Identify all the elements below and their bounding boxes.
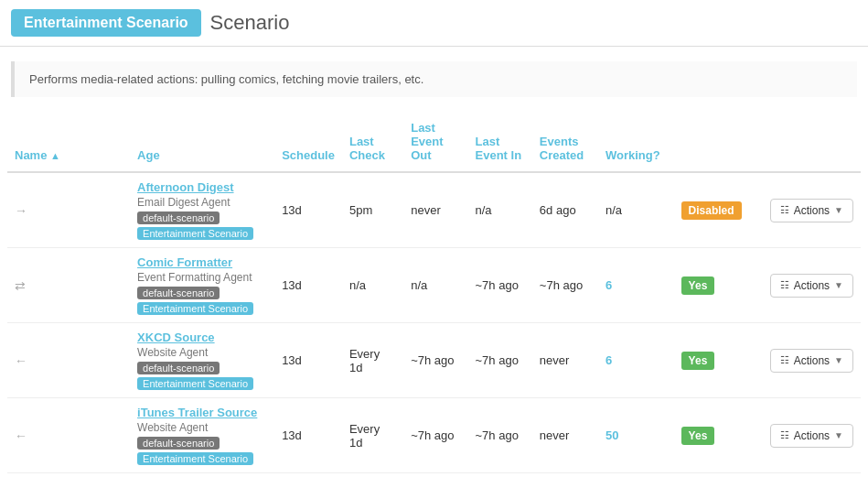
agent-tag: Entertainment Scenario <box>137 377 253 390</box>
agent-last-event-out: ~7h ago <box>468 248 532 323</box>
agent-events-created: 50 <box>598 398 674 473</box>
agent-last-event-out: ~7h ago <box>468 398 532 473</box>
agent-last-event-in: 6d ago <box>532 172 598 248</box>
description-text: Performs media-related actions: pulling … <box>29 72 423 86</box>
agent-name-cell: iTunes Trailer SourceWebsite Agent defau… <box>130 398 274 473</box>
list-icon: ☷ <box>780 279 789 291</box>
dropdown-arrow-icon: ▼ <box>834 430 843 440</box>
agent-schedule: n/a <box>342 248 403 323</box>
agent-name-link[interactable]: Afternoon Digest <box>137 180 233 194</box>
agent-last-event-out: ~7h ago <box>468 323 532 398</box>
agent-last-check: never <box>403 172 467 248</box>
actions-button[interactable]: ☷Actions▼ <box>770 349 853 373</box>
dropdown-arrow-icon: ▼ <box>834 280 843 290</box>
agent-age: 13d <box>274 323 342 398</box>
col-header-actions <box>674 112 762 172</box>
agent-age: 13d <box>274 398 342 473</box>
description-box: Performs media-related actions: pulling … <box>11 61 857 97</box>
agent-events-created: n/a <box>598 172 674 248</box>
agent-actions-cell: ☷Actions▼ <box>761 398 861 473</box>
agent-actions-cell: ☷Actions▼ <box>761 248 861 323</box>
agent-last-check: ~7h ago <box>403 398 467 473</box>
agent-working-status: Disabled <box>674 172 762 248</box>
col-header-name[interactable]: Name ▲ <box>7 112 130 172</box>
table-row: →Afternoon DigestEmail Digest Agent defa… <box>7 172 861 248</box>
agent-type: Email Digest Agent default-scenarioEnter… <box>137 196 267 240</box>
agent-age: 13d <box>274 172 342 248</box>
actions-button[interactable]: ☷Actions▼ <box>770 199 853 222</box>
header-badge: Entertainment Scenario <box>11 9 201 37</box>
agent-type: Website Agent default-scenarioEntertainm… <box>137 421 267 465</box>
list-icon: ☷ <box>780 429 789 441</box>
working-badge: Yes <box>681 276 715 295</box>
agent-tag: default-scenario <box>137 437 220 450</box>
table-header-row: Name ▲ Age Schedule Last Check Last Even… <box>7 112 861 172</box>
col-header-last-event-out: Last Event Out <box>403 112 467 172</box>
row-direction-icon: ← <box>15 353 27 368</box>
row-direction-icon: ⇄ <box>15 278 26 293</box>
agent-working-status: Yes <box>674 398 762 473</box>
agent-schedule: Every 1d <box>342 323 403 398</box>
agent-last-event-out: n/a <box>468 172 532 248</box>
agent-events-created: 6 <box>598 323 674 398</box>
header-title: Scenario <box>210 11 290 35</box>
agent-schedule: 5pm <box>342 172 403 248</box>
header: Entertainment Scenario Scenario <box>0 0 868 47</box>
agent-tag: Entertainment Scenario <box>137 452 253 465</box>
col-header-schedule: Schedule <box>274 112 342 172</box>
agent-actions-cell: ☷Actions▼ <box>761 323 861 398</box>
table-row: ←XKCD SourceWebsite Agent default-scenar… <box>7 323 861 398</box>
agent-name-cell: Comic FormatterEvent Formatting Agent de… <box>130 248 274 323</box>
events-created-link[interactable]: 50 <box>605 428 618 442</box>
row-direction-icon: → <box>15 203 27 218</box>
agent-actions-cell: ☷Actions▼ <box>761 172 861 248</box>
col-header-events-created: Events Created <box>532 112 598 172</box>
agent-name-cell: XKCD SourceWebsite Agent default-scenari… <box>130 323 274 398</box>
agent-name-cell: Afternoon DigestEmail Digest Agent defau… <box>130 172 274 248</box>
agent-last-event-in: never <box>532 323 598 398</box>
agent-age: 13d <box>274 248 342 323</box>
events-created-link[interactable]: 6 <box>605 353 612 367</box>
agent-type: Website Agent default-scenarioEntertainm… <box>137 346 267 390</box>
dropdown-arrow-icon: ▼ <box>834 355 843 365</box>
agent-tag: Entertainment Scenario <box>137 227 253 240</box>
working-badge: Yes <box>681 352 715 370</box>
agent-last-check: ~7h ago <box>403 323 467 398</box>
agent-last-event-in: never <box>532 398 598 473</box>
agent-name-link[interactable]: Comic Formatter <box>137 255 232 269</box>
actions-button[interactable]: ☷Actions▼ <box>770 274 853 298</box>
table-row: ←iTunes Trailer SourceWebsite Agent defa… <box>7 398 861 473</box>
agent-type: Event Formatting Agent default-scenarioE… <box>137 271 267 315</box>
events-created-link[interactable]: 6 <box>605 278 612 292</box>
agent-working-status: Yes <box>674 248 762 323</box>
agents-table: Name ▲ Age Schedule Last Check Last Even… <box>7 112 861 473</box>
dropdown-arrow-icon: ▼ <box>834 205 843 215</box>
agent-last-event-in: ~7h ago <box>532 248 598 323</box>
list-icon: ☷ <box>780 354 789 366</box>
agent-events-created: 6 <box>598 248 674 323</box>
actions-button[interactable]: ☷Actions▼ <box>770 424 853 448</box>
working-badge: Yes <box>681 427 715 445</box>
table-body: →Afternoon DigestEmail Digest Agent defa… <box>7 172 861 473</box>
agent-tag: Entertainment Scenario <box>137 302 253 315</box>
sort-arrow-name: ▲ <box>50 150 60 161</box>
col-header-last-event-in: Last Event In <box>468 112 532 172</box>
table-row: ⇄Comic FormatterEvent Formatting Agent d… <box>7 248 861 323</box>
list-icon: ☷ <box>780 204 789 216</box>
agent-last-check: n/a <box>403 248 467 323</box>
agent-tag: default-scenario <box>137 362 220 374</box>
agents-table-container: Name ▲ Age Schedule Last Check Last Even… <box>7 112 861 473</box>
agent-name-link[interactable]: XKCD Source <box>137 331 215 344</box>
col-header-last-check: Last Check <box>342 112 403 172</box>
agent-schedule: Every 1d <box>342 398 403 473</box>
working-badge: Disabled <box>681 201 742 220</box>
col-header-working: Working? <box>598 112 674 172</box>
agent-name-link[interactable]: iTunes Trailer Source <box>137 406 257 419</box>
agent-tag: default-scenario <box>137 287 220 299</box>
agent-tag: default-scenario <box>137 211 220 224</box>
row-direction-icon: ← <box>15 428 27 443</box>
agent-working-status: Yes <box>674 323 762 398</box>
col-header-age: Age <box>130 112 274 172</box>
